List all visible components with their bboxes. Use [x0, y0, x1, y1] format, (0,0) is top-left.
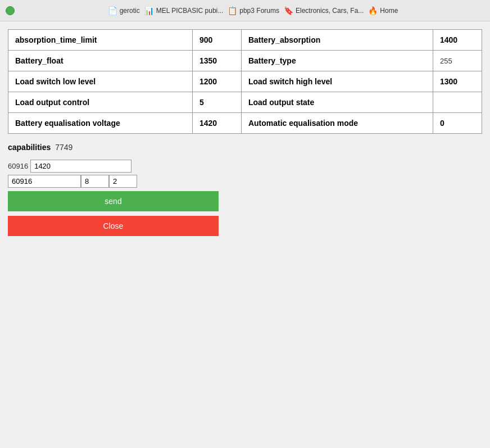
cell-right-value-4: 0 — [433, 113, 482, 134]
browser-tab-0[interactable]: 📄 gerotic — [108, 6, 140, 15]
cell-right-value-2: 1300 — [433, 71, 482, 92]
send-button[interactable]: send — [8, 191, 219, 211]
cell-left-label-1: Battery_float — [8, 51, 193, 71]
tab-label-2: pbp3 Forums — [239, 7, 279, 15]
input-addr-field[interactable] — [8, 175, 81, 188]
main-content: absorption_time_limit 900 Battery_absorp… — [0, 21, 490, 244]
capabilities-value: 7749 — [55, 143, 72, 152]
form-area: 60916 send Close — [8, 160, 219, 236]
cell-left-label-3: Load output control — [8, 92, 193, 113]
table-row: Load output control 5 Load output state — [8, 92, 482, 113]
table-row: absorption_time_limit 900 Battery_absorp… — [8, 30, 482, 51]
capabilities-row: capabilities 7749 — [8, 143, 482, 152]
browser-tab-2[interactable]: 📋 pbp3 Forums — [228, 6, 279, 15]
cell-right-value-1: 255 — [433, 51, 482, 71]
tab-icon-3: 🔖 — [284, 6, 293, 15]
tab-label-3: Electronics, Cars, Fa... — [296, 7, 364, 15]
tab-icon-0: 📄 — [108, 6, 117, 15]
close-button[interactable]: Close — [8, 216, 219, 236]
form-row-1: 60916 — [8, 160, 219, 173]
cell-left-label-0: absorption_time_limit — [8, 30, 193, 51]
form-row-2 — [8, 175, 219, 188]
browser-tab-1[interactable]: 📊 MEL PICBASIC pubi... — [144, 6, 224, 15]
cell-left-value-2: 1200 — [192, 71, 241, 92]
browser-tabs: 📄 gerotic 📊 MEL PICBASIC pubi... 📋 pbp3 … — [21, 6, 484, 15]
cell-left-label-4: Battery equalisation voltage — [8, 113, 193, 134]
tab-icon-1: 📊 — [144, 6, 154, 15]
browser-tab-3[interactable]: 🔖 Electronics, Cars, Fa... — [284, 6, 364, 15]
table-row: Load switch low level 1200 Load switch h… — [8, 71, 482, 92]
cell-left-value-4: 1420 — [192, 113, 241, 134]
capabilities-label: capabilities — [8, 143, 51, 152]
cell-right-label-0: Battery_absorption — [241, 30, 433, 51]
browser-chrome: 📄 gerotic 📊 MEL PICBASIC pubi... 📋 pbp3 … — [0, 0, 490, 21]
tab-icon-2: 📋 — [228, 6, 237, 15]
cell-left-label-2: Load switch low level — [8, 71, 193, 92]
tab-label-1: MEL PICBASIC pubi... — [156, 7, 224, 15]
table-row: Battery equalisation voltage 1420 Automa… — [8, 113, 482, 134]
cell-left-value-3: 5 — [192, 92, 241, 113]
browser-dot — [6, 6, 15, 15]
input-small-field[interactable] — [109, 175, 137, 188]
data-table: absorption_time_limit 900 Battery_absorp… — [8, 29, 482, 134]
cell-right-value-0: 1400 — [433, 30, 482, 51]
cell-left-value-0: 900 — [192, 30, 241, 51]
cell-left-value-1: 1350 — [192, 51, 241, 71]
tab-icon-4: 🔥 — [368, 6, 378, 15]
input-value-field[interactable] — [30, 160, 131, 173]
input-mid-field[interactable] — [81, 175, 109, 188]
tab-label-4: Home — [380, 7, 398, 15]
cell-right-label-3: Load output state — [241, 92, 433, 113]
table-row: Battery_float 1350 Battery_type 255 — [8, 51, 482, 71]
cell-right-label-2: Load switch high level — [241, 71, 433, 92]
tab-label-0: gerotic — [120, 7, 140, 15]
cell-right-label-1: Battery_type — [241, 51, 433, 71]
cell-right-value-3 — [433, 92, 482, 113]
cell-right-label-4: Automatic equalisation mode — [241, 113, 433, 134]
addr1-label: 60916 — [8, 162, 28, 170]
browser-tab-4[interactable]: 🔥 Home — [368, 6, 398, 15]
